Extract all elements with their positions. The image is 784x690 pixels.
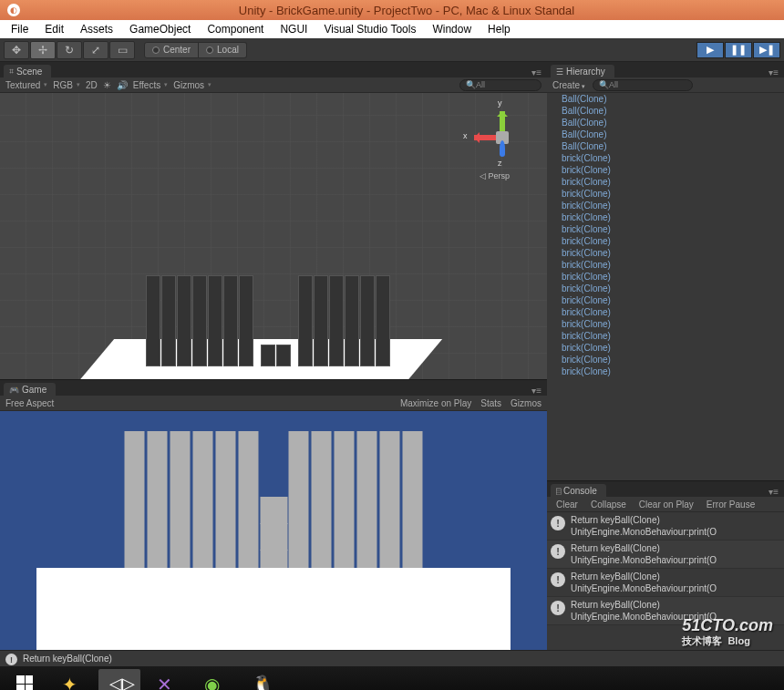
scene-tab-row: ⌗Scene ▾≡: [0, 62, 547, 77]
console-icon: ⌸: [556, 487, 561, 496]
console-panel-menu[interactable]: ▾≡: [763, 487, 784, 497]
scene-gizmos-dropdown[interactable]: Gizmos: [173, 80, 211, 90]
hierarchy-item[interactable]: brick(Clone): [547, 259, 784, 271]
console-entry[interactable]: !Return keyBall(Clone)UnityEngine.MonoBe…: [547, 512, 784, 541]
hierarchy-item[interactable]: brick(Clone): [547, 200, 784, 211]
taskbar: ✦ ◁▷ ✕ ◉ 🐧: [0, 666, 784, 690]
hierarchy-item[interactable]: brick(Clone): [547, 247, 784, 259]
console-collapse-toggle[interactable]: Collapse: [585, 498, 632, 511]
game-view[interactable]: [0, 411, 547, 650]
start-button[interactable]: [4, 669, 46, 690]
stats-toggle[interactable]: Stats: [480, 398, 501, 408]
hierarchy-item[interactable]: brick(Clone): [547, 306, 784, 318]
hand-tool[interactable]: ✥: [4, 41, 29, 59]
game-toolbar: Free Aspect Maximize on Play Stats Gizmo…: [0, 396, 547, 411]
hierarchy-search[interactable]: 🔍All: [593, 79, 693, 91]
play-button[interactable]: ▶: [696, 42, 724, 58]
window-title: Unity - BrickGame.unity - ProjectTwo - P…: [29, 4, 784, 17]
menu-gameobject[interactable]: GameObject: [122, 21, 198, 37]
hierarchy-item[interactable]: brick(Clone): [547, 271, 784, 283]
hierarchy-item[interactable]: brick(Clone): [547, 164, 784, 176]
taskbar-qq[interactable]: 🐧: [241, 669, 283, 690]
menu-component[interactable]: Component: [200, 21, 271, 37]
hierarchy-item[interactable]: brick(Clone): [547, 366, 784, 377]
rect-tool[interactable]: ▭: [109, 41, 135, 59]
hierarchy-list[interactable]: Ball(Clone)Ball(Clone)Ball(Clone)Ball(Cl…: [547, 93, 784, 480]
game-gizmos-dropdown[interactable]: Gizmos: [511, 398, 542, 408]
persp-label[interactable]: ◁ Persp: [480, 171, 510, 180]
titlebar: ◐ Unity - BrickGame.unity - ProjectTwo -…: [0, 0, 784, 20]
pivot-toggle[interactable]: Center: [144, 42, 199, 58]
menu-window[interactable]: Window: [425, 21, 479, 37]
console-clear-on-play-toggle[interactable]: Clear on Play: [634, 498, 699, 511]
scale-tool[interactable]: ⤢: [83, 41, 108, 59]
hierarchy-item[interactable]: brick(Clone): [547, 294, 784, 306]
menu-ngui[interactable]: NGUI: [273, 21, 315, 37]
move-tool[interactable]: ✢: [30, 41, 56, 59]
menu-help[interactable]: Help: [480, 21, 518, 37]
orientation-gizmo[interactable]: y x z ◁ Persp: [474, 111, 529, 184]
hierarchy-tab-row: ☰Hierarchy ▾≡: [547, 62, 784, 77]
hierarchy-item[interactable]: Ball(Clone): [547, 93, 784, 105]
scene-effects-dropdown[interactable]: Effects: [133, 80, 168, 90]
console-entry[interactable]: !Return keyBall(Clone)UnityEngine.MonoBe…: [547, 569, 784, 597]
scene-search[interactable]: 🔍All: [459, 79, 542, 91]
hierarchy-panel-menu[interactable]: ▾≡: [763, 67, 784, 77]
hierarchy-item[interactable]: Ball(Clone): [547, 129, 784, 140]
hierarchy-item[interactable]: brick(Clone): [547, 211, 784, 223]
scene-rendermode-dropdown[interactable]: RGB: [53, 80, 80, 90]
aspect-dropdown[interactable]: Free Aspect: [5, 398, 54, 408]
toolbar: ✥ ✢ ↻ ⤢ ▭ Center Local ▶ ❚❚ ▶❚: [0, 38, 784, 62]
hierarchy-item[interactable]: brick(Clone): [547, 318, 784, 330]
step-button[interactable]: ▶❚: [753, 42, 780, 58]
menu-assets[interactable]: Assets: [73, 21, 120, 37]
taskbar-visualstudio[interactable]: ✕: [146, 669, 188, 690]
game-panel-menu[interactable]: ▾≡: [526, 386, 547, 396]
scene-light-icon[interactable]: ☀: [103, 80, 111, 90]
menu-edit[interactable]: Edit: [37, 21, 71, 37]
console-entry[interactable]: !Return keyBall(Clone)UnityEngine.MonoBe…: [547, 541, 784, 569]
console-error-pause-toggle[interactable]: Error Pause: [701, 498, 760, 511]
taskbar-browser[interactable]: ◉: [193, 669, 235, 690]
info-icon: !: [551, 516, 565, 530]
watermark: 51CTO.com 技术博客 Blog: [682, 617, 773, 646]
scene-tab[interactable]: ⌗Scene: [4, 65, 51, 77]
window-icon: ◐: [7, 4, 20, 16]
hierarchy-item[interactable]: brick(Clone): [547, 330, 784, 342]
hierarchy-item[interactable]: Ball(Clone): [547, 117, 784, 129]
game-tab[interactable]: 🎮Game: [4, 383, 56, 396]
info-icon: !: [551, 544, 565, 559]
console-tab-row: ⌸Console ▾≡: [547, 481, 784, 497]
taskbar-unity[interactable]: ◁▷: [98, 669, 140, 690]
maximize-on-play-toggle[interactable]: Maximize on Play: [400, 398, 471, 408]
hierarchy-item[interactable]: brick(Clone): [547, 152, 784, 164]
hierarchy-item[interactable]: brick(Clone): [547, 176, 784, 188]
pause-button[interactable]: ❚❚: [725, 42, 752, 58]
console-tab[interactable]: ⌸Console: [551, 484, 606, 497]
menu-file[interactable]: File: [4, 21, 36, 37]
hierarchy-create-dropdown[interactable]: Create: [552, 80, 585, 90]
game-icon: 🎮: [9, 386, 19, 395]
scene-panel-menu[interactable]: ▾≡: [526, 67, 547, 77]
rotate-tool[interactable]: ↻: [57, 41, 82, 59]
hierarchy-item[interactable]: Ball(Clone): [547, 105, 784, 117]
scene-audio-icon[interactable]: 🔊: [117, 80, 128, 90]
hierarchy-tab[interactable]: ☰Hierarchy: [551, 65, 614, 77]
hierarchy-item[interactable]: brick(Clone): [547, 188, 784, 200]
game-tab-row: 🎮Game ▾≡: [0, 380, 547, 396]
scene-2d-toggle[interactable]: 2D: [86, 80, 98, 90]
hierarchy-item[interactable]: brick(Clone): [547, 342, 784, 354]
hierarchy-item[interactable]: brick(Clone): [547, 354, 784, 366]
hierarchy-toolbar: Create 🔍All: [547, 77, 784, 93]
hierarchy-icon: ☰: [556, 67, 563, 77]
hierarchy-item[interactable]: brick(Clone): [547, 223, 784, 235]
menu-vstools[interactable]: Visual Studio Tools: [316, 21, 423, 37]
scene-shading-dropdown[interactable]: Textured: [5, 80, 47, 90]
hierarchy-item[interactable]: Ball(Clone): [547, 140, 784, 152]
hierarchy-item[interactable]: brick(Clone): [547, 235, 784, 247]
space-toggle[interactable]: Local: [199, 42, 247, 58]
scene-view[interactable]: y x z ◁ Persp: [0, 93, 547, 379]
console-clear-button[interactable]: Clear: [551, 498, 583, 511]
hierarchy-item[interactable]: brick(Clone): [547, 283, 784, 294]
taskbar-app-1[interactable]: ✦: [51, 669, 93, 690]
